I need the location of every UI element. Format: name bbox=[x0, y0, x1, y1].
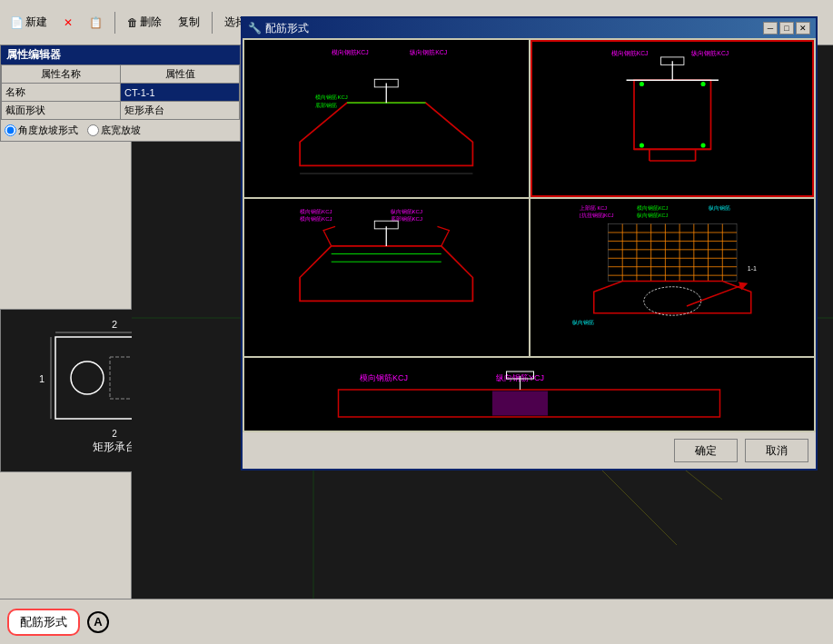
svg-text:纵向钢筋KCJ: 纵向钢筋KCJ bbox=[636, 213, 668, 218]
dialog-footer: 确定 取消 bbox=[243, 432, 816, 469]
prop-shape-value: 矩形承台 bbox=[121, 102, 240, 120]
svg-text:矩形承台: 矩形承台 bbox=[93, 441, 136, 453]
svg-text:底部钢筋: 底部钢筋 bbox=[315, 102, 337, 108]
status-bar: 配筋形式 A bbox=[0, 599, 833, 644]
svg-rect-48 bbox=[269, 199, 505, 356]
col-value-header: 属性值 bbox=[121, 65, 240, 84]
radio-width[interactable] bbox=[87, 124, 99, 136]
svg-point-47 bbox=[700, 144, 705, 148]
svg-point-44 bbox=[639, 82, 643, 86]
svg-point-46 bbox=[639, 144, 643, 148]
radio-width-label[interactable]: 底宽放坡 bbox=[87, 124, 141, 137]
dialog-close-button[interactable]: ✕ bbox=[796, 22, 810, 35]
props-row-shape[interactable]: 截面形状 矩形承台 bbox=[2, 102, 240, 120]
svg-text:1-1: 1-1 bbox=[747, 265, 756, 272]
dialog-title-text: 配筋形式 bbox=[265, 21, 309, 36]
cell-all-flip[interactable]: 模向钢筋KCJ 纵向钢筋KCJ 模向钢筋KCJ 底部钢筋KCJ bbox=[244, 199, 529, 356]
prop-shape-label: 截面形状 bbox=[2, 102, 121, 120]
svg-text:纵向钢筋KCJ: 纵向钢筋KCJ bbox=[691, 50, 729, 56]
circle-a-label: A bbox=[87, 611, 109, 633]
svg-rect-58 bbox=[565, 199, 779, 356]
cell-no-flip-2[interactable]: 模向钢筋KCJ 纵向钢筋KCJ bbox=[531, 40, 815, 197]
svg-text:模向钢筋KCJ: 模向钢筋KCJ bbox=[300, 216, 332, 222]
svg-text:2: 2 bbox=[112, 429, 117, 439]
svg-text:纵向钢筋KCJ: 纵向钢筋KCJ bbox=[410, 49, 447, 55]
svg-text:2: 2 bbox=[112, 319, 117, 330]
app-container: 📄 新建 ✕ 📋 🗑 删除 复制 选择 ▼ ▣ 点 Ea bbox=[0, 0, 833, 644]
props-panel: 属性编辑器 属性名称 属性值 名称 CT-1-1 截面形状 矩形承台 bbox=[0, 45, 241, 142]
props-header: 属性编辑器 bbox=[1, 45, 240, 64]
dialog-title-area: 🔧 配筋形式 bbox=[248, 21, 309, 36]
divider2 bbox=[212, 12, 213, 34]
x-icon: ✕ bbox=[64, 16, 73, 29]
svg-point-45 bbox=[700, 82, 705, 86]
new-label: 新建 bbox=[25, 15, 47, 30]
radio-width-text: 底宽放坡 bbox=[101, 124, 141, 137]
dialog-bottom-strip: 模向钢筋KCJ 纵向钢筋YCJ bbox=[244, 358, 814, 431]
props-radio-section: 角度放坡形式 底宽放坡 bbox=[1, 120, 240, 141]
radio-angle-text: 角度放坡形式 bbox=[18, 124, 78, 137]
copy-icon-button[interactable]: 📋 bbox=[83, 14, 109, 32]
copy-icon: 📋 bbox=[89, 16, 103, 29]
props-table: 属性名称 属性值 名称 CT-1-1 截面形状 矩形承台 bbox=[1, 64, 240, 120]
cell-beam-type[interactable]: 上部筋 KCJ 模向钢筋KCJ [抗扭钢筋]KCJ 纵向钢筋KCJ 纵向钢筋 bbox=[531, 199, 815, 356]
cell3-svg: 模向钢筋KCJ 纵向钢筋KCJ 模向钢筋KCJ 底部钢筋KCJ bbox=[244, 199, 529, 356]
peigjin-button[interactable]: 配筋形式 bbox=[7, 609, 80, 636]
cell-no-flip-1[interactable]: 模向钢筋KCJ 纵向钢筋KCJ 模向钢筋KCJ 底部钢筋 均不翻起一 1-1 bbox=[244, 40, 529, 197]
cell2-svg: 模向钢筋KCJ 纵向钢筋KCJ bbox=[532, 42, 813, 195]
svg-text:模向钢筋KCJ: 模向钢筋KCJ bbox=[360, 373, 408, 382]
svg-text:[抗扭钢筋]KCJ: [抗扭钢筋]KCJ bbox=[580, 213, 614, 218]
svg-text:模向钢筋KCJ: 模向钢筋KCJ bbox=[636, 205, 668, 211]
divider1 bbox=[114, 12, 115, 34]
cancel-button[interactable]: 取消 bbox=[745, 439, 808, 462]
svg-text:纵向钢筋: 纵向钢筋 bbox=[572, 320, 594, 325]
dialog-window: 🔧 配筋形式 ─ □ ✕ 模向钢筋KCJ 纵向钢筋KCJ bbox=[241, 16, 818, 471]
delete-label: 删除 bbox=[140, 15, 162, 30]
props-title: 属性编辑器 bbox=[6, 48, 61, 61]
bottom-strip-svg: 模向钢筋KCJ 纵向钢筋YCJ bbox=[244, 358, 814, 431]
prop-name-value[interactable]: CT-1-1 bbox=[121, 84, 240, 102]
close-x-button[interactable]: ✕ bbox=[57, 14, 79, 32]
minimize-button[interactable]: ─ bbox=[763, 22, 778, 35]
copy-button[interactable]: 复制 bbox=[172, 12, 206, 33]
prop-name-label: 名称 bbox=[2, 84, 121, 102]
delete-icon: 🗑 bbox=[127, 16, 138, 29]
dialog-controls: ─ □ ✕ bbox=[763, 22, 810, 35]
delete-button[interactable]: 🗑 删除 bbox=[121, 12, 168, 33]
svg-text:模向钢筋KCJ: 模向钢筋KCJ bbox=[315, 94, 347, 100]
cell4-svg: 上部筋 KCJ 模向钢筋KCJ [抗扭钢筋]KCJ 纵向钢筋KCJ 纵向钢筋 bbox=[531, 199, 815, 356]
svg-text:纵向钢筋KCJ: 纵向钢筋KCJ bbox=[391, 209, 422, 214]
props-row-name[interactable]: 名称 CT-1-1 bbox=[2, 84, 240, 102]
new-icon: 📄 bbox=[10, 16, 24, 29]
dialog-icon: 🔧 bbox=[248, 22, 262, 35]
copy-label: 复制 bbox=[178, 15, 200, 30]
svg-text:1: 1 bbox=[39, 373, 45, 384]
svg-text:模向钢筋KCJ: 模向钢筋KCJ bbox=[332, 49, 369, 55]
ok-button[interactable]: 确定 bbox=[674, 439, 738, 462]
dialog-content: 模向钢筋KCJ 纵向钢筋KCJ 模向钢筋KCJ 底部钢筋 均不翻起一 1-1 bbox=[243, 38, 816, 432]
new-button[interactable]: 📄 新建 bbox=[4, 12, 54, 33]
maximize-button[interactable]: □ bbox=[779, 22, 794, 35]
svg-text:模向钢筋KCJ: 模向钢筋KCJ bbox=[610, 50, 648, 56]
radio-angle-label[interactable]: 角度放坡形式 bbox=[5, 124, 78, 137]
dialog-titlebar: 🔧 配筋形式 ─ □ ✕ bbox=[243, 18, 816, 38]
col-name-header: 属性名称 bbox=[2, 65, 121, 84]
radio-angle[interactable] bbox=[5, 124, 16, 136]
svg-rect-90 bbox=[493, 391, 548, 415]
svg-text:模向钢筋KCJ: 模向钢筋KCJ bbox=[300, 209, 332, 214]
svg-text:纵向钢筋: 纵向钢筋 bbox=[708, 205, 729, 211]
svg-text:上部筋 KCJ: 上部筋 KCJ bbox=[580, 204, 607, 211]
cell1-svg: 模向钢筋KCJ 纵向钢筋KCJ 模向钢筋KCJ 底部钢筋 bbox=[244, 40, 529, 197]
